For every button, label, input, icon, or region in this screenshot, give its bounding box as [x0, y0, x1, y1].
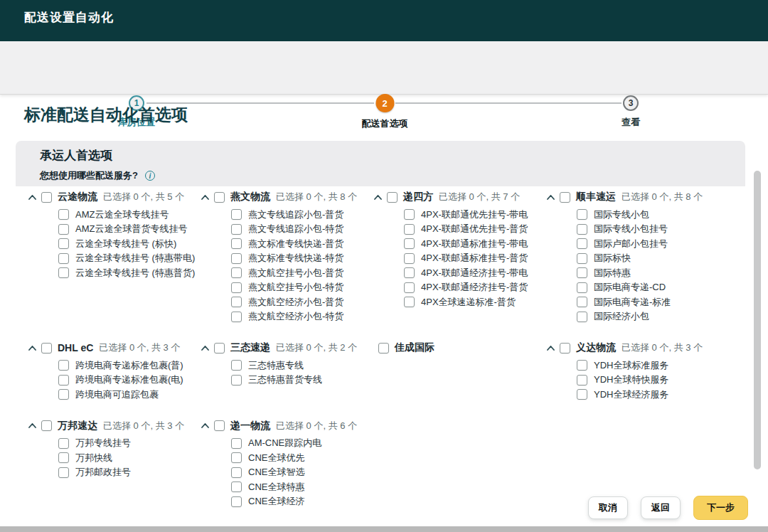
service-option-row: 跨境电商可追踪包裹 — [58, 389, 201, 400]
service-option-row: 4PX-联邮通优先挂号-带电 — [404, 209, 547, 220]
chevron-up-icon[interactable] — [201, 423, 210, 428]
service-option-row: 燕文航空挂号小包-特货 — [231, 282, 374, 293]
service-option-row: 国际标快 — [577, 253, 731, 264]
service-checkbox[interactable] — [58, 209, 69, 220]
service-option-row: 4PX全球速递标准-普货 — [404, 297, 547, 307]
service-checkbox[interactable] — [404, 267, 415, 278]
carrier-service-list: 三态特惠专线三态特惠普货专线 — [201, 360, 374, 385]
service-label: 国际卢邮小包挂号 — [594, 238, 668, 250]
service-checkbox[interactable] — [231, 238, 242, 249]
service-checkbox[interactable] — [231, 312, 242, 322]
service-checkbox[interactable] — [404, 297, 415, 307]
service-checkbox[interactable] — [58, 389, 69, 400]
info-icon[interactable]: i — [145, 171, 155, 181]
service-label: CNE全球智选 — [248, 466, 304, 479]
next-step-button[interactable]: 下一步 — [693, 496, 748, 520]
service-checkbox[interactable] — [577, 253, 587, 264]
service-checkbox[interactable] — [58, 253, 69, 264]
service-label: 4PX-联邮通经济挂号-带电 — [421, 267, 528, 280]
service-checkbox[interactable] — [577, 267, 587, 278]
carrier-group-checkbox[interactable] — [214, 420, 225, 431]
service-checkbox[interactable] — [231, 496, 242, 507]
carrier-group-checkbox[interactable] — [41, 192, 52, 203]
service-checkbox[interactable] — [404, 224, 415, 235]
carrier-group-checkbox[interactable] — [560, 343, 570, 353]
chevron-up-icon[interactable] — [28, 346, 38, 351]
service-checkbox[interactable] — [577, 282, 587, 293]
service-checkbox[interactable] — [58, 238, 69, 249]
service-checkbox[interactable] — [58, 438, 69, 449]
service-checkbox[interactable] — [231, 253, 242, 264]
service-checkbox[interactable] — [577, 312, 587, 322]
cancel-button[interactable]: 取消 — [588, 496, 628, 519]
service-checkbox[interactable] — [58, 267, 69, 278]
carrier-service-list: 燕文专线追踪小包-普货燕文专线追踪小包-特货燕文标准专线快递-普货燕文标准专线快… — [201, 209, 374, 322]
service-checkbox[interactable] — [577, 375, 587, 385]
carrier-group-checkbox[interactable] — [560, 192, 570, 203]
service-option-row: 燕文航空挂号小包-普货 — [231, 267, 374, 278]
service-checkbox[interactable] — [231, 360, 242, 371]
service-label: 三态特惠专线 — [248, 359, 304, 372]
service-checkbox[interactable] — [404, 253, 415, 264]
carrier-group-checkbox[interactable] — [387, 192, 398, 203]
service-checkbox[interactable] — [58, 360, 69, 371]
service-checkbox[interactable] — [231, 438, 242, 449]
chevron-up-icon[interactable] — [201, 195, 210, 200]
service-option-row: YDH全球特快服务 — [577, 375, 731, 385]
window-bottom-edge — [0, 526, 768, 532]
service-checkbox[interactable] — [58, 224, 69, 235]
service-option-row: 国际电商专递-CD — [577, 282, 731, 293]
service-checkbox[interactable] — [231, 452, 242, 463]
service-checkbox[interactable] — [577, 238, 587, 249]
chevron-up-icon[interactable] — [28, 195, 38, 200]
service-checkbox[interactable] — [404, 209, 415, 220]
carrier-group-checkbox[interactable] — [41, 420, 52, 431]
service-label: CNE全球特惠 — [248, 481, 304, 494]
service-option-row: 万邦邮政挂号 — [58, 467, 201, 478]
service-checkbox[interactable] — [577, 389, 587, 400]
service-checkbox[interactable] — [231, 267, 242, 278]
chevron-up-icon[interactable] — [201, 346, 210, 351]
stepper-step-shipping-preferences[interactable]: 2 配送首选项 — [362, 94, 408, 130]
service-label: 国际标快 — [594, 252, 631, 265]
service-label: 万邦快线 — [75, 452, 112, 464]
service-checkbox[interactable] — [577, 224, 587, 235]
carrier-group-checkbox[interactable] — [214, 192, 225, 203]
service-checkbox[interactable] — [231, 209, 242, 220]
step-label: 查看 — [622, 116, 640, 129]
carrier-group: 燕文物流已选择 0 个, 共 8 个燕文专线追踪小包-普货燕文专线追踪小包-特货… — [201, 189, 374, 326]
chevron-up-icon[interactable] — [28, 423, 38, 428]
service-checkbox[interactable] — [231, 482, 242, 492]
service-checkbox[interactable] — [58, 452, 69, 463]
chevron-up-icon[interactable] — [547, 346, 556, 351]
service-checkbox[interactable] — [231, 375, 242, 385]
carrier-group-checkbox[interactable] — [378, 343, 389, 353]
vertical-scrollbar[interactable] — [754, 171, 761, 469]
service-checkbox[interactable] — [231, 467, 242, 478]
carrier-group-name: 顺丰速运 — [576, 191, 616, 203]
service-checkbox[interactable] — [231, 297, 242, 307]
service-checkbox[interactable] — [404, 282, 415, 293]
chevron-up-icon[interactable] — [547, 195, 556, 200]
service-checkbox[interactable] — [231, 224, 242, 235]
carrier-group-checkbox[interactable] — [41, 343, 52, 353]
service-label: AM-CNE跟踪内电 — [248, 437, 321, 449]
carrier-group: 顺丰速运已选择 0 个, 共 8 个国际专线小包国际专线小包挂号国际卢邮小包挂号… — [547, 189, 731, 326]
service-label: 4PX全球速递标准-普货 — [421, 296, 516, 309]
carrier-group-checkbox[interactable] — [214, 343, 225, 353]
service-label: 燕文航空经济小包-普货 — [248, 296, 343, 309]
service-label: 国际专线小包挂号 — [594, 223, 668, 235]
service-label: 万邦专线挂号 — [75, 437, 131, 449]
service-checkbox[interactable] — [58, 375, 69, 385]
stepper-step-review[interactable]: 3 查看 — [622, 95, 640, 129]
carrier-group-header: 顺丰速运已选择 0 个, 共 8 个 — [547, 189, 731, 205]
back-button[interactable]: 返回 — [641, 496, 681, 519]
service-label: 国际经济小包 — [594, 310, 649, 323]
service-checkbox[interactable] — [404, 238, 415, 249]
service-checkbox[interactable] — [577, 297, 587, 307]
service-checkbox[interactable] — [58, 467, 69, 478]
service-checkbox[interactable] — [577, 209, 587, 220]
service-checkbox[interactable] — [231, 282, 242, 293]
service-checkbox[interactable] — [577, 360, 587, 371]
chevron-up-icon[interactable] — [374, 195, 383, 200]
